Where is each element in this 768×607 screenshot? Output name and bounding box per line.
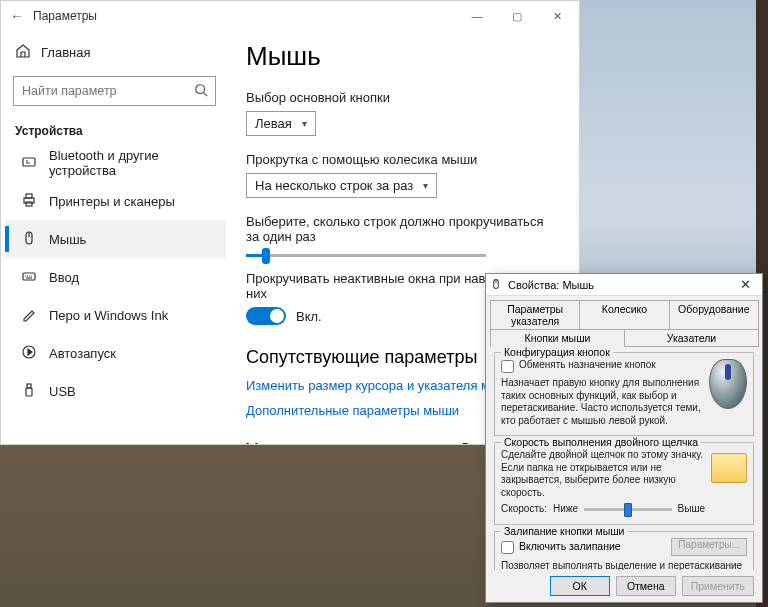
- speed-fast-label: Выше: [678, 503, 705, 516]
- svg-point-0: [196, 85, 205, 94]
- close-button[interactable]: ✕: [732, 277, 758, 292]
- group-doubleclick-speed: Скорость выполнения двойного щелчка Сдел…: [494, 442, 754, 525]
- group-legend: Конфигурация кнопок: [501, 346, 613, 358]
- window-title: Параметры: [33, 9, 97, 23]
- dblclick-speed-slider[interactable]: [584, 508, 672, 511]
- sidebar-item-label: Автозапуск: [49, 346, 116, 361]
- group-button-config: Конфигурация кнопок Обменять назначение …: [494, 352, 754, 436]
- test-folder-icon[interactable]: [711, 453, 747, 483]
- ok-button[interactable]: ОК: [550, 576, 610, 596]
- sidebar-item-label: Перо и Windows Ink: [49, 308, 168, 323]
- section-label: Устройства: [5, 114, 226, 144]
- toggle-state-text: Вкл.: [296, 309, 322, 324]
- slider-thumb[interactable]: [262, 248, 270, 264]
- sidebar-item-label: USB: [49, 384, 76, 399]
- svg-rect-8: [27, 384, 31, 388]
- clicklock-label: Включить залипание: [519, 540, 621, 552]
- tab-hardware[interactable]: Оборудование: [669, 300, 759, 330]
- svg-rect-3: [26, 194, 32, 198]
- lines-slider[interactable]: [246, 254, 486, 257]
- sidebar-item-typing[interactable]: Ввод: [5, 258, 226, 296]
- back-button[interactable]: ←: [3, 8, 31, 24]
- clicklock-desc: Позволяет выполнять выделение и перетаск…: [501, 560, 747, 571]
- sidebar-item-autoplay[interactable]: Автозапуск: [5, 334, 226, 372]
- apply-button[interactable]: Применить: [682, 576, 754, 596]
- search-wrap: [13, 76, 216, 106]
- swap-buttons-label: Обменять назначение кнопок: [519, 359, 656, 372]
- sidebar-item-bluetooth[interactable]: Bluetooth и другие устройства: [5, 144, 226, 182]
- scroll-mode-combo[interactable]: На несколько строк за раз ▾: [246, 173, 437, 198]
- sidebar-item-usb[interactable]: USB: [5, 372, 226, 410]
- tab-buttons[interactable]: Кнопки мыши: [490, 329, 625, 347]
- clicklock-settings-button: Параметры...: [671, 538, 747, 556]
- speed-slow-label: Ниже: [553, 503, 578, 516]
- home-icon: [15, 43, 31, 62]
- mouse-icon: [21, 230, 37, 249]
- maximize-button[interactable]: ▢: [497, 2, 537, 30]
- dblclick-desc: Сделайте двойной щелчок по этому значку.…: [501, 449, 705, 499]
- clicklock-input[interactable]: [501, 541, 514, 554]
- svg-rect-1: [23, 158, 35, 166]
- group-legend: Скорость выполнения двойного щелчка: [501, 436, 701, 448]
- minimize-button[interactable]: —: [457, 2, 497, 30]
- close-button[interactable]: ✕: [537, 2, 577, 30]
- home-label: Главная: [41, 45, 90, 60]
- clicklock-checkbox[interactable]: Включить залипание: [501, 540, 665, 554]
- search-icon: [194, 83, 208, 101]
- sidebar-item-label: Bluetooth и другие устройства: [49, 148, 216, 178]
- swap-buttons-desc: Назначает правую кнопку для выполнения т…: [501, 377, 703, 427]
- page-title: Мышь: [246, 41, 555, 72]
- chevron-down-icon: ▾: [302, 118, 307, 129]
- chevron-down-icon: ▾: [423, 180, 428, 191]
- autoplay-icon: [21, 344, 37, 363]
- home-item[interactable]: Главная: [5, 37, 226, 68]
- combo-value: Левая: [255, 116, 292, 131]
- bluetooth-icon: [21, 154, 37, 173]
- mouse-properties-dialog: Свойства: Мышь ✕ Параметры указателя Кол…: [485, 273, 763, 603]
- inactive-windows-toggle[interactable]: [246, 307, 286, 325]
- scroll-mode-label: Прокрутка с помощью колесика мыши: [246, 152, 555, 167]
- settings-titlebar: ← Параметры — ▢ ✕: [1, 1, 579, 31]
- cancel-button[interactable]: Отмена: [616, 576, 676, 596]
- settings-sidebar: Главная Устройства Bluetooth и другие ус…: [1, 31, 226, 444]
- tab-pointers[interactable]: Указатели: [624, 329, 759, 347]
- sidebar-item-label: Мышь: [49, 232, 86, 247]
- lines-label: Выберите, сколько строк должно прокручив…: [246, 214, 555, 244]
- mouse-illustration: [709, 359, 747, 409]
- speed-label: Скорость:: [501, 503, 547, 516]
- svg-rect-9: [26, 388, 32, 396]
- group-clicklock: Залипание кнопки мыши Включить залипание…: [494, 531, 754, 571]
- sidebar-item-mouse[interactable]: Мышь: [5, 220, 226, 258]
- mouseprops-body: Конфигурация кнопок Обменять назначение …: [486, 346, 762, 570]
- search-input[interactable]: [13, 76, 216, 106]
- toggle-knob: [270, 309, 284, 323]
- primary-button-combo[interactable]: Левая ▾: [246, 111, 316, 136]
- dialog-footer: ОК Отмена Применить: [486, 570, 762, 602]
- primary-button-label: Выбор основной кнопки: [246, 90, 555, 105]
- group-legend: Залипание кнопки мыши: [501, 525, 627, 537]
- slider-thumb[interactable]: [624, 503, 632, 517]
- printer-icon: [21, 192, 37, 211]
- usb-icon: [21, 382, 37, 401]
- pen-icon: [21, 306, 37, 325]
- dialog-title: Свойства: Мышь: [508, 279, 594, 291]
- swap-buttons-input[interactable]: [501, 360, 514, 373]
- tab-pointer-options[interactable]: Параметры указателя: [490, 300, 580, 330]
- mouseprops-titlebar: Свойства: Мышь ✕: [486, 274, 762, 296]
- sidebar-item-pen[interactable]: Перо и Windows Ink: [5, 296, 226, 334]
- sidebar-item-label: Ввод: [49, 270, 79, 285]
- combo-value: На несколько строк за раз: [255, 178, 413, 193]
- tab-wheel[interactable]: Колесико: [579, 300, 669, 330]
- swap-buttons-checkbox[interactable]: Обменять назначение кнопок: [501, 359, 703, 373]
- sidebar-item-printers[interactable]: Принтеры и сканеры: [5, 182, 226, 220]
- tabs-container: Параметры указателя Колесико Оборудовани…: [486, 296, 762, 346]
- sidebar-item-label: Принтеры и сканеры: [49, 194, 175, 209]
- mouse-icon: [490, 278, 502, 292]
- keyboard-icon: [21, 268, 37, 287]
